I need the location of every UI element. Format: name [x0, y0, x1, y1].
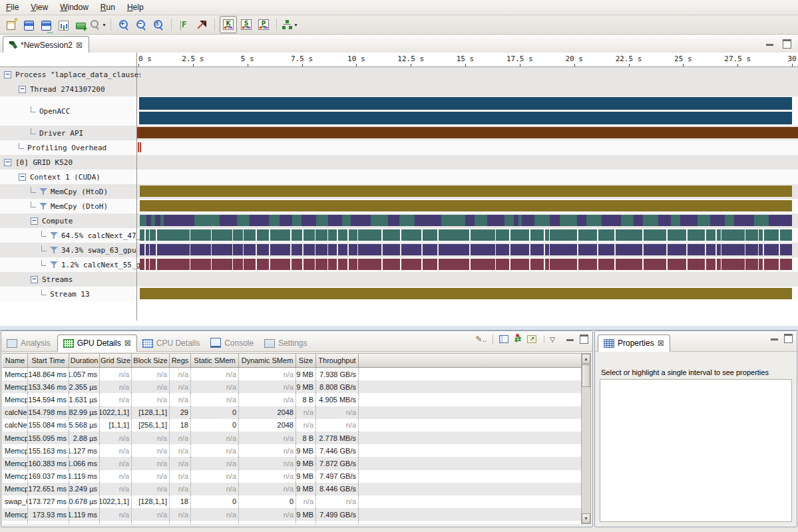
overhead-tick[interactable] [140, 142, 141, 152]
timeline-row[interactable]: 1.2% calcNext_55_g... [0, 257, 798, 272]
interval-bar[interactable] [423, 259, 437, 270]
interval-bar[interactable] [644, 244, 667, 255]
tab-cpu-details[interactable]: CPU Details [137, 335, 205, 351]
interval-bar[interactable] [388, 215, 399, 226]
column-header[interactable]: Throughput [316, 354, 359, 367]
interval-bar[interactable] [658, 215, 671, 226]
interval-bar[interactable] [146, 229, 149, 241]
timeline-ruler[interactable]: 0 s2.5 s5 s7.5 s10 s12.5 s15 s17.5 s20 s… [0, 53, 798, 67]
interval-bar[interactable] [644, 229, 667, 241]
scroll-thumb[interactable] [582, 364, 590, 387]
interval-bar[interactable] [244, 229, 256, 241]
interval-bar[interactable] [328, 259, 337, 270]
save-all-button[interactable] [38, 17, 54, 33]
interval-bar[interactable] [401, 229, 422, 241]
interval-bar[interactable] [441, 215, 465, 226]
interval-bar[interactable] [270, 244, 291, 255]
interval-bar[interactable] [759, 259, 763, 270]
interval-bar[interactable] [534, 215, 550, 226]
interval-bar[interactable] [269, 215, 280, 226]
search-button[interactable]: ▾ [90, 17, 106, 33]
timeline-row[interactable]: Driver API [0, 126, 798, 140]
interval-bar[interactable] [351, 215, 370, 226]
interval-bar[interactable] [257, 229, 269, 241]
collapse-toggle-icon[interactable]: − [19, 174, 26, 181]
collapse-toggle-icon[interactable]: − [31, 276, 38, 283]
interval-bar[interactable] [292, 259, 302, 270]
table-row[interactable]: swap_6173.727 ms50.678 µs[1022,1,1][128,… [3, 495, 581, 508]
table-row[interactable]: Memcp154.594 ms1.631 µsn/an/an/an/an/a8 … [3, 393, 581, 406]
report-button[interactable] [55, 17, 71, 33]
scroll-up-button[interactable]: ▲ [582, 354, 590, 364]
interval-bar[interactable] [586, 215, 602, 226]
tab-properties[interactable]: Properties ⊠ [598, 334, 670, 352]
interval-bar[interactable] [764, 244, 779, 255]
timeline-row[interactable]: Profiling Overhead [0, 140, 798, 155]
interval-bar[interactable] [423, 244, 437, 255]
interval-bar[interactable] [780, 259, 792, 270]
interval-bar[interactable] [510, 259, 530, 270]
export-icon[interactable]: ↗ [527, 335, 536, 343]
interval-bar[interactable] [668, 244, 687, 255]
interval-bar[interactable] [764, 229, 779, 241]
table-row[interactable]: Memcp148.864 ms1.057 msn/an/an/an/an/a9 … [3, 368, 581, 380]
interval-bar[interactable] [578, 244, 598, 255]
interval-bar[interactable] [212, 259, 232, 270]
interval-bar[interactable] [522, 215, 534, 226]
table-row[interactable]: Memcp153.346 ms62.355 µsn/an/an/an/an/a9… [3, 380, 581, 393]
zoom-in-button[interactable]: + [116, 17, 132, 33]
menu-view[interactable]: View [25, 1, 54, 13]
interval-bar[interactable] [439, 229, 470, 241]
kernel-segments[interactable] [140, 244, 792, 255]
table-row[interactable]: calcNe154.798 ms282.99 µs[1022,1,1][128,… [3, 406, 581, 419]
interval-bar[interactable] [668, 229, 687, 241]
interval-bar[interactable] [328, 229, 337, 241]
interval-bar[interactable] [338, 244, 347, 255]
interval-bar[interactable] [399, 215, 415, 226]
interval-bar[interactable] [721, 229, 745, 241]
close-icon[interactable]: ⊠ [124, 340, 131, 346]
timeline-row[interactable]: −[0] GRID K520 [0, 155, 798, 170]
table-row[interactable]: Memcp169.037 ms1.119 msn/an/an/an/an/a9 … [3, 470, 581, 483]
interval-bar[interactable] [164, 215, 194, 226]
interval-bar[interactable] [157, 244, 190, 255]
interval-bar[interactable] [292, 215, 301, 226]
table-scrollbar[interactable]: ▲ ▼ [581, 353, 591, 524]
interval-bar[interactable] [303, 259, 315, 270]
collapse-toggle-icon[interactable]: − [19, 86, 26, 93]
close-icon[interactable]: ⊠ [658, 340, 664, 346]
interval-bar[interactable] [140, 186, 792, 197]
interval-bar[interactable] [616, 259, 643, 270]
interval-bar[interactable] [328, 244, 337, 255]
interval-bar[interactable] [496, 229, 509, 241]
interval-bar[interactable] [717, 259, 721, 270]
interval-bar[interactable] [190, 244, 211, 255]
interval-bar[interactable] [233, 244, 242, 255]
interval-bar[interactable] [233, 229, 242, 241]
timeline-row[interactable]: −Streams [0, 272, 798, 287]
interval-bar[interactable] [358, 259, 381, 270]
interval-bar[interactable] [530, 229, 544, 241]
timeline-row[interactable]: 34.3% swap_63_gpu [0, 243, 798, 257]
interval-bar[interactable] [510, 244, 530, 255]
interval-bar[interactable] [671, 215, 680, 226]
interval-bar[interactable] [560, 215, 577, 226]
interval-bar[interactable] [769, 215, 792, 226]
interval-bar[interactable] [342, 215, 351, 226]
interval-bar[interactable] [146, 215, 151, 226]
timeline-row[interactable]: −Compute [0, 213, 798, 228]
menu-file[interactable]: File [0, 1, 25, 13]
interval-bar[interactable] [155, 215, 161, 226]
interval-bar[interactable] [315, 244, 327, 255]
segment-button[interactable] [73, 17, 89, 33]
properties-minimize-button[interactable] [771, 338, 778, 340]
process-color-button[interactable]: P [256, 17, 272, 33]
interval-bar[interactable] [487, 215, 504, 226]
interval-bar[interactable] [190, 229, 211, 241]
timeline-row[interactable]: MemCpy (HtoD) [0, 184, 798, 199]
interval-bar[interactable] [745, 259, 757, 270]
interval-bar[interactable] [550, 259, 577, 270]
interval-bar[interactable] [139, 97, 792, 110]
overhead-tick[interactable] [138, 142, 139, 152]
interval-bar[interactable] [616, 244, 643, 255]
